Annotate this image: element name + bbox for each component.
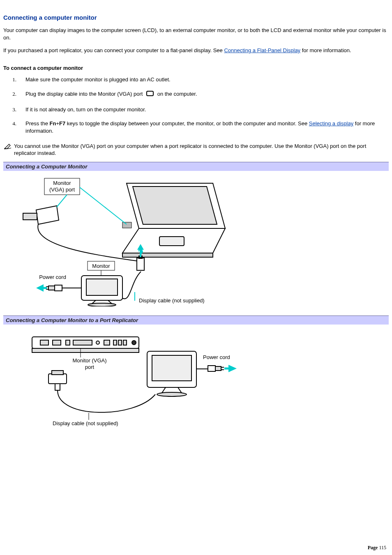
page-label: Page: [368, 545, 379, 550]
svg-point-42: [132, 341, 136, 345]
page-num-value: 115: [379, 545, 386, 550]
procedure-heading: To connect a computer monitor: [3, 65, 389, 71]
label-display-cable: Display cable (not supplied): [139, 297, 205, 304]
svg-rect-40: [118, 340, 122, 345]
text: for more information.: [300, 47, 351, 53]
svg-rect-23: [55, 285, 62, 291]
diagram-monitor-to-replicator: Monitor (VGA) port Power cord: [20, 329, 250, 435]
svg-rect-47: [55, 384, 60, 390]
svg-rect-38: [104, 340, 110, 345]
svg-rect-8: [23, 213, 37, 220]
diagram-monitor-to-laptop: Monitor (VGA) port Monitor: [20, 175, 242, 306]
text: If you purchased a port replicator, you …: [3, 47, 224, 53]
step-text: Press the Fn+F7 keys to toggle the displ…: [25, 120, 389, 135]
step-1: 1. Make sure the computer monitor is plu…: [3, 76, 389, 83]
svg-rect-39: [113, 340, 117, 345]
svg-line-12: [80, 187, 127, 224]
svg-rect-41: [123, 340, 127, 345]
svg-rect-21: [86, 279, 118, 295]
label-display-cable: Display cable (not supplied): [53, 420, 118, 426]
text: +: [56, 120, 59, 127]
text: keys to toggle the display between your …: [65, 120, 309, 127]
key-f7: F7: [59, 120, 65, 127]
step-number: 3.: [3, 106, 25, 113]
step-text: Plug the display cable into the Monitor …: [25, 90, 389, 99]
note: You cannot use the Monitor (VGA) port on…: [3, 143, 389, 157]
svg-point-22: [88, 303, 116, 306]
svg-line-11: [57, 195, 67, 207]
step-3: 3. If it is not already on, turn on the …: [3, 106, 389, 113]
note-icon: [3, 143, 12, 152]
step-text: Make sure the computer monitor is plugge…: [25, 76, 389, 83]
svg-rect-0: [147, 91, 153, 96]
text: Press the: [25, 120, 50, 127]
svg-rect-34: [53, 340, 61, 345]
svg-marker-2: [133, 187, 217, 224]
steps-list: 1. Make sure the computer monitor is plu…: [3, 76, 389, 135]
svg-marker-7: [36, 206, 59, 224]
step-2: 2. Plug the display cable into the Monit…: [3, 90, 389, 99]
figure-2: Monitor (VGA) port Power cord: [3, 325, 389, 443]
document-page: Connecting a computer monitor Your compu…: [0, 0, 392, 555]
svg-text:port: port: [85, 364, 95, 370]
svg-rect-13: [137, 258, 144, 270]
page-number: Page 115: [368, 545, 386, 551]
label-monitor: Monitor: [92, 263, 110, 269]
vga-port-icon: [145, 90, 154, 99]
step-number: 1.: [3, 76, 25, 83]
svg-marker-57: [228, 365, 237, 372]
link-selecting-display[interactable]: Selecting a display: [309, 120, 353, 127]
intro-paragraph-1: Your computer can display images to the …: [3, 27, 389, 41]
step-4: 4. Press the Fn+F7 keys to toggle the di…: [3, 120, 389, 135]
key-fn: Fn: [50, 120, 56, 127]
svg-point-50: [157, 392, 187, 396]
label-vga-port: Monitor (VGA): [72, 357, 106, 364]
figure-caption-1: Connecting a Computer Monitor: [3, 162, 389, 171]
svg-point-37: [96, 341, 99, 344]
text: on the computer.: [157, 91, 197, 97]
step-number: 2.: [3, 90, 25, 98]
svg-rect-32: [32, 348, 139, 352]
svg-rect-49: [152, 355, 191, 381]
svg-rect-46: [52, 371, 63, 375]
intro-paragraph-2: If you purchased a port replicator, you …: [3, 47, 389, 54]
label-power-cord: Power cord: [39, 274, 66, 280]
svg-rect-45: [48, 374, 67, 384]
svg-rect-35: [66, 340, 70, 345]
figure-caption-2: Connecting a Computer Monitor to a Port …: [3, 315, 389, 325]
step-text: If it is not already on, turn on the com…: [25, 106, 389, 113]
text: Plug the display cable into the Monitor …: [25, 91, 144, 97]
link-flat-panel[interactable]: Connecting a Flat-Panel Display: [224, 47, 300, 53]
svg-rect-33: [40, 340, 48, 345]
svg-rect-52: [208, 366, 215, 371]
svg-rect-24: [48, 286, 55, 290]
svg-rect-36: [73, 340, 92, 345]
label-vga-port: Monitor: [53, 180, 71, 186]
step-number: 4.: [3, 120, 25, 127]
note-text: You cannot use the Monitor (VGA) port on…: [14, 143, 389, 157]
svg-marker-4: [122, 253, 213, 257]
label-power-cord: Power cord: [203, 354, 230, 360]
svg-rect-5: [159, 237, 184, 246]
section-heading: Connecting a computer monitor: [3, 14, 389, 21]
svg-text:(VGA) port: (VGA) port: [49, 187, 75, 193]
figure-1: Monitor (VGA) port Monitor: [3, 171, 389, 314]
svg-rect-6: [122, 222, 131, 228]
svg-marker-28: [36, 284, 44, 292]
svg-rect-53: [215, 366, 221, 371]
